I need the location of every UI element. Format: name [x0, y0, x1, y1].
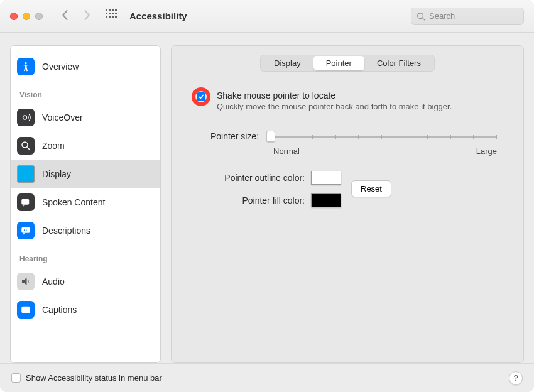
nav-arrows: [60, 9, 92, 24]
svg-rect-18: [21, 170, 31, 177]
audio-icon: [17, 273, 35, 290]
window-controls: [10, 13, 43, 20]
svg-point-14: [25, 62, 26, 64]
sidebar-item-descriptions[interactable]: Descriptions: [11, 216, 160, 244]
svg-line-17: [27, 147, 30, 150]
show-all-button[interactable]: [106, 9, 117, 23]
outline-color-well[interactable]: [311, 171, 341, 185]
search-input[interactable]: Search: [411, 8, 524, 25]
tab-display[interactable]: Display: [261, 56, 313, 70]
sidebar-item-zoom[interactable]: Zoom: [11, 131, 160, 160]
body: Overview Vision VoiceOver Zoom: [0, 33, 534, 363]
svg-rect-1: [109, 9, 111, 11]
sidebar-item-label: VoiceOver: [42, 112, 83, 122]
sidebar-item-audio[interactable]: Audio: [11, 267, 160, 295]
tab-color-filters[interactable]: Color Filters: [364, 56, 433, 70]
footer: Show Accessibility status in menu bar ?: [0, 363, 534, 392]
svg-rect-5: [109, 13, 111, 14]
show-status-checkbox[interactable]: [11, 373, 21, 383]
search-placeholder: Search: [429, 11, 455, 21]
pointer-size-label: Pointer size:: [210, 131, 259, 141]
preferences-window: Accessibility Search Overview Vision: [0, 0, 534, 392]
footer-checkbox-label: Show Accessibility status in menu bar: [26, 373, 162, 383]
svg-point-16: [22, 142, 28, 148]
slider-thumb[interactable]: [266, 131, 275, 142]
fill-color-well[interactable]: [311, 193, 341, 207]
back-button[interactable]: [60, 9, 70, 24]
accessibility-icon: [17, 58, 35, 75]
forward-button[interactable]: [82, 9, 92, 24]
help-button[interactable]: ?: [509, 371, 523, 385]
sidebar-item-label: Overview: [42, 62, 79, 72]
outline-color-label: Pointer outline color:: [204, 173, 305, 183]
window-title: Accessibility: [129, 11, 187, 21]
svg-rect-9: [109, 16, 111, 18]
svg-rect-6: [112, 13, 114, 14]
display-icon: [17, 165, 35, 183]
sidebar-item-label: Captions: [42, 305, 77, 315]
spoken-content-icon: [17, 193, 35, 211]
sidebar: Overview Vision VoiceOver Zoom: [10, 45, 161, 363]
svg-rect-24: [21, 306, 30, 313]
descriptions-icon: [17, 222, 35, 239]
shake-title: Shake mouse pointer to locate: [217, 90, 452, 101]
sidebar-item-label: Audio: [42, 276, 65, 286]
svg-line-13: [423, 18, 425, 20]
svg-point-12: [418, 13, 423, 18]
section-vision: Vision: [11, 80, 160, 103]
zoom-icon: [17, 137, 35, 155]
svg-rect-20: [21, 199, 29, 204]
tab-bar: Display Pointer Color Filters: [260, 55, 435, 72]
svg-rect-10: [112, 16, 114, 18]
sidebar-item-captions[interactable]: Captions: [11, 295, 160, 324]
sidebar-item-display[interactable]: Display: [11, 160, 160, 188]
sidebar-item-label: Descriptions: [42, 226, 90, 236]
sidebar-item-overview[interactable]: Overview: [11, 52, 160, 80]
titlebar: Accessibility Search: [0, 0, 534, 33]
close-button[interactable]: [10, 13, 18, 20]
section-hearing: Hearing: [11, 244, 160, 267]
slider-min-label: Normal: [273, 146, 300, 156]
shake-to-locate-row: Shake mouse pointer to locate Quickly mo…: [197, 90, 503, 112]
pointer-size-slider[interactable]: [266, 130, 497, 143]
shake-to-locate-checkbox[interactable]: [197, 92, 205, 101]
svg-rect-7: [115, 13, 117, 14]
svg-point-15: [23, 116, 27, 119]
tab-pointer[interactable]: Pointer: [313, 56, 364, 70]
minimize-button[interactable]: [23, 13, 30, 20]
svg-rect-19: [25, 177, 28, 178]
fill-color-label: Pointer fill color:: [204, 195, 305, 205]
sidebar-item-spoken[interactable]: Spoken Content: [11, 188, 160, 216]
svg-rect-0: [106, 9, 107, 11]
slider-max-label: Large: [476, 146, 497, 156]
svg-rect-3: [115, 9, 117, 11]
svg-rect-4: [106, 13, 107, 14]
svg-rect-2: [112, 9, 114, 11]
voiceover-icon: [17, 109, 35, 126]
annotation-highlight: [192, 87, 210, 106]
captions-icon: [17, 301, 35, 318]
reset-button[interactable]: Reset: [351, 180, 391, 197]
svg-rect-11: [115, 16, 117, 18]
svg-point-22: [24, 229, 25, 231]
svg-point-23: [26, 229, 27, 231]
sidebar-item-label: Display: [42, 169, 71, 179]
zoom-button[interactable]: [35, 13, 43, 20]
shake-description: Quickly move the mouse pointer back and …: [217, 102, 452, 112]
main-panel: Display Pointer Color Filters Shake mous…: [171, 45, 524, 363]
sidebar-item-label: Zoom: [42, 141, 65, 151]
sidebar-item-voiceover[interactable]: VoiceOver: [11, 103, 160, 131]
svg-rect-8: [106, 16, 107, 18]
sidebar-item-label: Spoken Content: [42, 197, 105, 207]
